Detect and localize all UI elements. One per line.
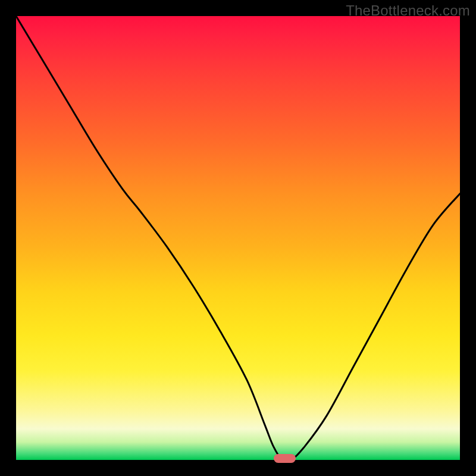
plot-area xyxy=(16,16,460,460)
chart-frame: TheBottleneck.com xyxy=(0,0,476,476)
optimal-marker xyxy=(274,454,296,463)
bottleneck-curve xyxy=(16,16,460,460)
